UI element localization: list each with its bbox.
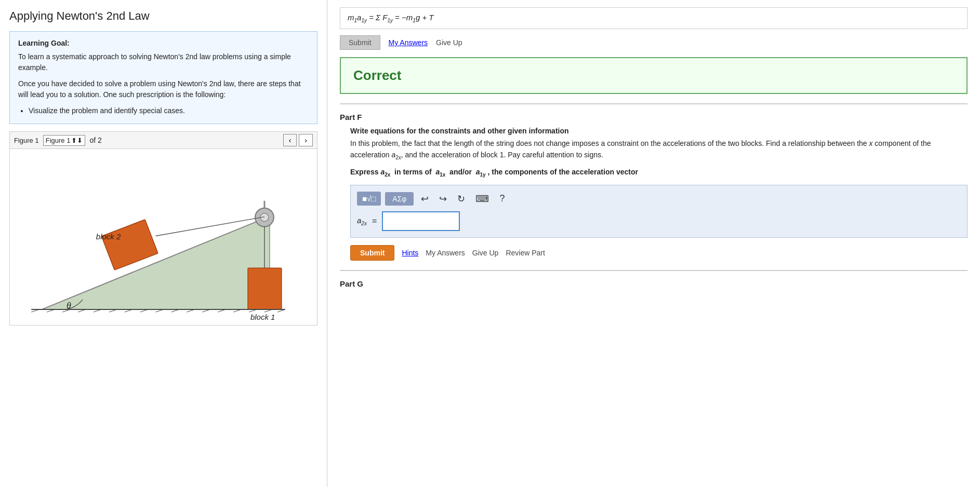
keyboard-button[interactable]: ⌨ (472, 192, 492, 206)
figure-area: block 2 block 1 θ (9, 149, 317, 326)
refresh-button[interactable]: ↻ (454, 192, 468, 206)
figure-select[interactable]: Figure 1 ⬆⬇ (43, 135, 86, 146)
figure-svg: block 2 block 1 θ (10, 149, 317, 325)
divider-2 (340, 270, 968, 271)
learning-goal-title: Learning Goal: (18, 39, 309, 47)
learning-goal-p2: Once you have decided to solve a problem… (18, 78, 309, 100)
block1-text: block 1 (250, 313, 275, 321)
prev-submit-row: Submit My Answers Give Up (340, 35, 968, 50)
prev-give-up-link[interactable]: Give Up (436, 38, 462, 47)
svg-rect-2 (101, 220, 158, 270)
figure-prev-button[interactable]: ‹ (283, 134, 297, 146)
figure-label: Figure 1 (14, 137, 39, 144)
part-f-submit-row: Submit Hints My Answers Give Up Review P… (350, 245, 968, 261)
part-f-review-link[interactable]: Review Part (506, 249, 545, 257)
learning-goal-bullet: Visualize the problem and identify speci… (29, 105, 309, 116)
page-title: Applying Newton's 2nd Law (9, 9, 317, 23)
learning-goal-box: Learning Goal: To learn a systematic app… (9, 31, 317, 124)
math-toolbar: ■√□ AΣφ ↩ ↪ ↻ ⌨ ? (357, 192, 961, 206)
part-f-my-answers-link[interactable]: My Answers (426, 249, 465, 257)
redo-button[interactable]: ↪ (436, 192, 450, 206)
math-input-row: a2x = (357, 211, 961, 231)
symbols-button[interactable]: AΣφ (385, 192, 414, 206)
math-input-container: ■√□ AΣφ ↩ ↪ ↻ ⌨ ? a2x = (350, 185, 968, 238)
figure-nav: ‹ › (283, 134, 313, 146)
figure-of-label: of 2 (89, 136, 101, 144)
help-button[interactable]: ? (496, 192, 508, 206)
learning-goal-p1: To learn a systematic approach to solvin… (18, 51, 309, 73)
figure-select-value: Figure 1 (46, 137, 71, 144)
prev-my-answers-link[interactable]: My Answers (389, 38, 428, 47)
part-f-give-up-link[interactable]: Give Up (472, 249, 499, 257)
correct-banner: Correct (340, 57, 968, 94)
math-label: a2x (357, 216, 367, 226)
figure-select-chevron: ⬆⬇ (71, 137, 83, 144)
theta-text: θ (67, 301, 71, 310)
undo-button[interactable]: ↩ (418, 192, 432, 206)
right-panel: m1a1y = Σ F1y = −m1g + T Submit My Answe… (327, 0, 980, 487)
equation-text: m1a1y = Σ F1y = −m1g + T (348, 13, 433, 22)
math-input-field[interactable] (382, 211, 460, 231)
part-f-header: Part F (340, 113, 968, 121)
svg-rect-8 (248, 268, 282, 309)
part-f-subheader: Write equations for the constraints and … (350, 127, 968, 135)
templates-button[interactable]: ■√□ (357, 192, 381, 206)
part-f-description: In this problem, the fact that the lengt… (350, 138, 968, 161)
equation-box: m1a1y = Σ F1y = −m1g + T (340, 7, 968, 29)
figure-controls: Figure 1 Figure 1 ⬆⬇ of 2 ‹ › (9, 131, 317, 149)
left-panel: Applying Newton's 2nd Law Learning Goal:… (0, 0, 327, 487)
part-f-submit-button[interactable]: Submit (350, 245, 394, 261)
prev-submit-button[interactable]: Submit (340, 35, 380, 50)
part-f-hints-link[interactable]: Hints (402, 249, 418, 257)
figure-next-button[interactable]: › (299, 134, 313, 146)
equals-sign: = (372, 217, 377, 226)
block2-text: block 2 (96, 232, 121, 241)
divider-1 (340, 103, 968, 104)
express-line: Express a2x in terms of a1x and/or a1y ,… (350, 167, 968, 179)
correct-text: Correct (353, 67, 401, 83)
part-g-header: Part G (340, 279, 968, 288)
